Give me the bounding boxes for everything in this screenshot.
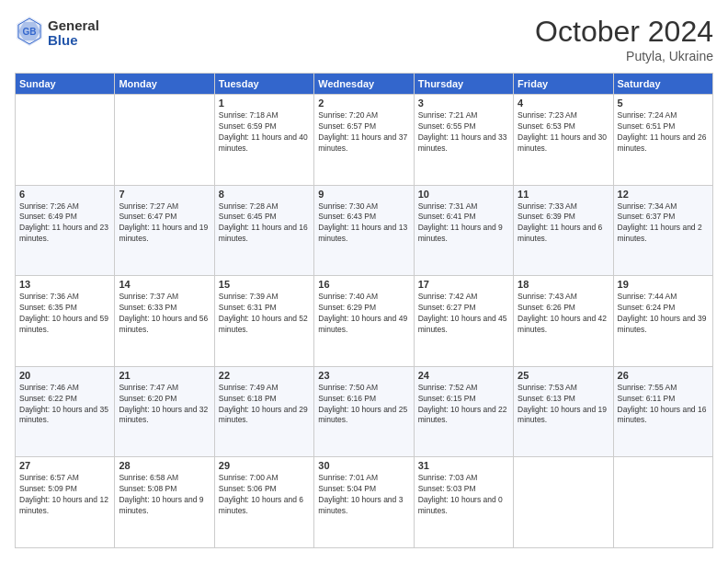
col-header-friday: Friday	[514, 74, 613, 95]
calendar-cell: 7Sunrise: 7:27 AMSunset: 6:47 PMDaylight…	[115, 185, 214, 276]
calendar-cell: 16Sunrise: 7:40 AMSunset: 6:29 PMDayligh…	[314, 276, 414, 367]
day-info: Sunrise: 7:20 AMSunset: 6:57 PMDaylight:…	[318, 110, 409, 155]
calendar-week-row: 27Sunrise: 6:57 AMSunset: 5:09 PMDayligh…	[16, 457, 713, 548]
calendar-week-row: 13Sunrise: 7:36 AMSunset: 6:35 PMDayligh…	[16, 276, 713, 367]
page: GB General Blue October 2024 Putyla, Ukr…	[0, 0, 728, 563]
calendar-cell: 21Sunrise: 7:47 AMSunset: 6:20 PMDayligh…	[115, 366, 214, 457]
logo: GB General Blue	[15, 15, 99, 52]
day-info: Sunrise: 7:37 AMSunset: 6:33 PMDaylight:…	[119, 292, 210, 336]
day-number: 29	[219, 460, 310, 471]
day-info: Sunrise: 7:30 AMSunset: 6:43 PMDaylight:…	[318, 201, 409, 246]
calendar-cell	[613, 457, 712, 548]
calendar-cell: 22Sunrise: 7:49 AMSunset: 6:18 PMDayligh…	[214, 366, 313, 457]
day-number: 2	[318, 98, 409, 109]
day-number: 18	[518, 279, 609, 290]
calendar-cell: 31Sunrise: 7:03 AMSunset: 5:03 PMDayligh…	[414, 457, 513, 548]
day-number: 6	[19, 189, 110, 200]
calendar-cell: 8Sunrise: 7:28 AMSunset: 6:45 PMDaylight…	[214, 185, 313, 276]
calendar-cell: 18Sunrise: 7:43 AMSunset: 6:26 PMDayligh…	[514, 276, 613, 367]
calendar-cell	[514, 457, 613, 548]
day-info: Sunrise: 6:58 AMSunset: 5:08 PMDaylight:…	[119, 473, 210, 517]
calendar-cell: 12Sunrise: 7:34 AMSunset: 6:37 PMDayligh…	[613, 185, 712, 276]
day-info: Sunrise: 7:34 AMSunset: 6:37 PMDaylight:…	[618, 201, 709, 246]
day-info: Sunrise: 7:42 AMSunset: 6:27 PMDaylight:…	[418, 292, 509, 336]
calendar-week-row: 6Sunrise: 7:26 AMSunset: 6:49 PMDaylight…	[16, 185, 713, 276]
col-header-saturday: Saturday	[613, 74, 712, 95]
month-title: October 2024	[535, 15, 713, 49]
day-number: 5	[618, 98, 709, 109]
location-subtitle: Putyla, Ukraine	[535, 49, 713, 63]
calendar-cell: 2Sunrise: 7:20 AMSunset: 6:57 PMDaylight…	[314, 95, 414, 186]
calendar-cell: 19Sunrise: 7:44 AMSunset: 6:24 PMDayligh…	[613, 276, 712, 367]
day-info: Sunrise: 7:36 AMSunset: 6:35 PMDaylight:…	[19, 292, 110, 336]
day-info: Sunrise: 7:44 AMSunset: 6:24 PMDaylight:…	[618, 292, 709, 336]
day-number: 15	[219, 279, 310, 290]
day-info: Sunrise: 7:39 AMSunset: 6:31 PMDaylight:…	[219, 292, 310, 336]
calendar-cell: 20Sunrise: 7:46 AMSunset: 6:22 PMDayligh…	[16, 366, 115, 457]
day-info: Sunrise: 7:52 AMSunset: 6:15 PMDaylight:…	[418, 383, 509, 427]
day-number: 4	[518, 98, 609, 109]
day-number: 23	[318, 370, 409, 381]
day-number: 12	[618, 189, 709, 200]
day-info: Sunrise: 7:40 AMSunset: 6:29 PMDaylight:…	[318, 292, 409, 336]
day-info: Sunrise: 7:43 AMSunset: 6:26 PMDaylight:…	[518, 292, 609, 336]
calendar-cell: 26Sunrise: 7:55 AMSunset: 6:11 PMDayligh…	[613, 366, 712, 457]
day-info: Sunrise: 7:03 AMSunset: 5:03 PMDaylight:…	[418, 473, 509, 517]
calendar-cell: 25Sunrise: 7:53 AMSunset: 6:13 PMDayligh…	[514, 366, 613, 457]
title-block: October 2024 Putyla, Ukraine	[535, 15, 713, 63]
day-number: 1	[219, 98, 310, 109]
day-info: Sunrise: 7:50 AMSunset: 6:16 PMDaylight:…	[318, 383, 409, 427]
col-header-sunday: Sunday	[16, 74, 115, 95]
day-number: 8	[219, 189, 310, 200]
calendar-cell: 13Sunrise: 7:36 AMSunset: 6:35 PMDayligh…	[16, 276, 115, 367]
day-number: 30	[318, 460, 409, 471]
day-number: 10	[418, 189, 509, 200]
logo-line1: General	[48, 18, 99, 34]
calendar-cell: 14Sunrise: 7:37 AMSunset: 6:33 PMDayligh…	[115, 276, 214, 367]
day-info: Sunrise: 6:57 AMSunset: 5:09 PMDaylight:…	[19, 473, 110, 517]
calendar-cell: 11Sunrise: 7:33 AMSunset: 6:39 PMDayligh…	[514, 185, 613, 276]
day-number: 11	[518, 189, 609, 200]
calendar-cell: 29Sunrise: 7:00 AMSunset: 5:06 PMDayligh…	[214, 457, 313, 548]
day-info: Sunrise: 7:23 AMSunset: 6:53 PMDaylight:…	[518, 110, 609, 155]
calendar-table: SundayMondayTuesdayWednesdayThursdayFrid…	[15, 73, 713, 548]
col-header-tuesday: Tuesday	[214, 74, 313, 95]
day-number: 9	[318, 189, 409, 200]
day-number: 31	[418, 460, 509, 471]
day-number: 13	[19, 279, 110, 290]
col-header-thursday: Thursday	[414, 74, 513, 95]
day-info: Sunrise: 7:28 AMSunset: 6:45 PMDaylight:…	[219, 201, 310, 246]
calendar-cell: 24Sunrise: 7:52 AMSunset: 6:15 PMDayligh…	[414, 366, 513, 457]
calendar-cell: 15Sunrise: 7:39 AMSunset: 6:31 PMDayligh…	[214, 276, 313, 367]
calendar-cell: 6Sunrise: 7:26 AMSunset: 6:49 PMDaylight…	[16, 185, 115, 276]
day-info: Sunrise: 7:01 AMSunset: 5:04 PMDaylight:…	[318, 473, 409, 517]
day-number: 24	[418, 370, 509, 381]
calendar-week-row: 1Sunrise: 7:18 AMSunset: 6:59 PMDaylight…	[16, 95, 713, 186]
day-info: Sunrise: 7:31 AMSunset: 6:41 PMDaylight:…	[418, 201, 509, 246]
calendar-cell: 28Sunrise: 6:58 AMSunset: 5:08 PMDayligh…	[115, 457, 214, 548]
day-info: Sunrise: 7:46 AMSunset: 6:22 PMDaylight:…	[19, 383, 110, 427]
day-number: 17	[418, 279, 509, 290]
col-header-wednesday: Wednesday	[314, 74, 414, 95]
calendar-cell	[115, 95, 214, 186]
day-info: Sunrise: 7:18 AMSunset: 6:59 PMDaylight:…	[219, 110, 310, 155]
day-info: Sunrise: 7:47 AMSunset: 6:20 PMDaylight:…	[119, 383, 210, 427]
day-number: 16	[318, 279, 409, 290]
calendar-cell: 9Sunrise: 7:30 AMSunset: 6:43 PMDaylight…	[314, 185, 414, 276]
calendar-cell: 23Sunrise: 7:50 AMSunset: 6:16 PMDayligh…	[314, 366, 414, 457]
calendar-cell: 27Sunrise: 6:57 AMSunset: 5:09 PMDayligh…	[16, 457, 115, 548]
day-info: Sunrise: 7:53 AMSunset: 6:13 PMDaylight:…	[518, 383, 609, 427]
calendar-cell: 1Sunrise: 7:18 AMSunset: 6:59 PMDaylight…	[214, 95, 313, 186]
calendar-cell: 30Sunrise: 7:01 AMSunset: 5:04 PMDayligh…	[314, 457, 414, 548]
day-info: Sunrise: 7:33 AMSunset: 6:39 PMDaylight:…	[518, 201, 609, 246]
day-info: Sunrise: 7:24 AMSunset: 6:51 PMDaylight:…	[618, 110, 709, 155]
calendar-cell: 17Sunrise: 7:42 AMSunset: 6:27 PMDayligh…	[414, 276, 513, 367]
calendar-cell	[16, 95, 115, 186]
day-info: Sunrise: 7:49 AMSunset: 6:18 PMDaylight:…	[219, 383, 310, 427]
day-number: 19	[618, 279, 709, 290]
day-number: 28	[119, 460, 210, 471]
day-number: 20	[19, 370, 110, 381]
calendar-cell: 3Sunrise: 7:21 AMSunset: 6:55 PMDaylight…	[414, 95, 513, 186]
calendar-week-row: 20Sunrise: 7:46 AMSunset: 6:22 PMDayligh…	[16, 366, 713, 457]
day-info: Sunrise: 7:00 AMSunset: 5:06 PMDaylight:…	[219, 473, 310, 517]
